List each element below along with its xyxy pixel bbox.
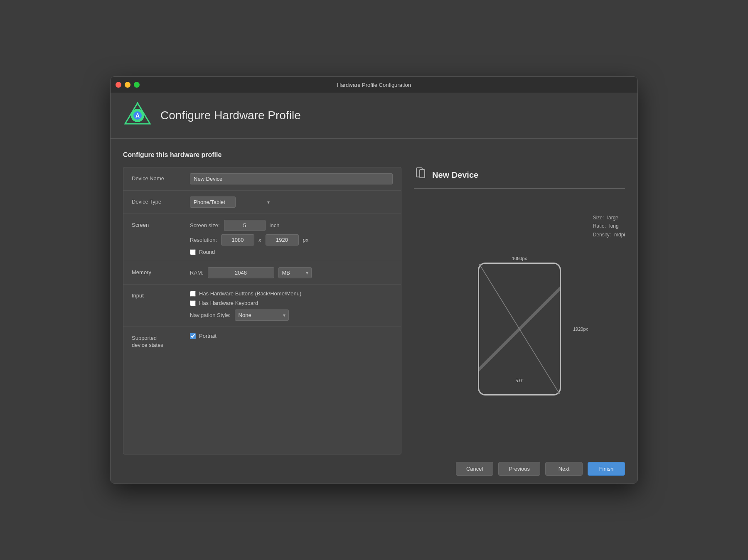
dim-center-label: 5.0": [515, 378, 523, 383]
svg-rect-5: [420, 169, 425, 178]
portrait-checkbox[interactable]: [190, 333, 196, 339]
phone-diagram-wrapper: 1920px 5.0": [478, 263, 561, 395]
diagonal-line: [479, 264, 560, 394]
navigation-style-select[interactable]: None D-Pad Trackball Wheel 2D Nav Pad: [235, 309, 289, 321]
ram-label: RAM:: [190, 270, 204, 276]
input-controls: Has Hardware Buttons (Back/Home/Menu) Ha…: [190, 290, 393, 321]
resolution-row: Resolution: x px: [190, 234, 393, 246]
size-spec-row: Size: large: [593, 214, 625, 222]
input-label: Input: [132, 290, 190, 300]
device-specs: Size: large Ratio: long Density: mdpi: [593, 214, 625, 239]
device-states-label: Supported device states: [132, 333, 190, 349]
screen-size-input[interactable]: [224, 220, 266, 231]
resolution-unit: px: [303, 237, 309, 243]
hardware-buttons-label[interactable]: Has Hardware Buttons (Back/Home/Menu): [199, 290, 301, 297]
device-name-row: Device Name: [123, 167, 401, 191]
svg-text:A: A: [135, 112, 140, 119]
maximize-button[interactable]: [134, 82, 140, 88]
phone-diagram: 1080px 1920px 5.: [478, 256, 561, 395]
content-area: Device Name Device Type Phone/Tablet Tab…: [123, 167, 625, 454]
density-spec-value: mdpi: [614, 231, 625, 239]
round-checkbox[interactable]: [190, 249, 196, 255]
preview-title: New Device: [432, 170, 478, 180]
preview-device-icon: [414, 167, 427, 183]
hardware-keyboard-checkbox[interactable]: [190, 300, 196, 306]
navigation-style-label: Navigation Style:: [190, 312, 231, 318]
header: A Configure Hardware Profile: [111, 93, 637, 139]
ram-row: RAM: MB GB: [190, 267, 393, 278]
device-type-select-wrapper: Phone/Tablet Tablet Phone Wear OS Deskto…: [190, 196, 273, 208]
ratio-spec-row: Ratio: long: [593, 222, 625, 230]
screen-controls: Screen size: inch Resolution: x px: [190, 220, 393, 255]
ram-input[interactable]: [208, 267, 274, 278]
device-type-row: Device Type Phone/Tablet Tablet Phone We…: [123, 191, 401, 214]
form-panel: Device Name Device Type Phone/Tablet Tab…: [123, 167, 401, 454]
device-type-select[interactable]: Phone/Tablet Tablet Phone Wear OS Deskto…: [190, 196, 236, 208]
screen-size-label: Screen size:: [190, 222, 220, 228]
header-title: Configure Hardware Profile: [160, 109, 301, 122]
memory-row: Memory RAM: MB GB: [123, 261, 401, 285]
minimize-button[interactable]: [125, 82, 130, 88]
portrait-row: Portrait: [190, 333, 393, 339]
hardware-keyboard-label[interactable]: Has Hardware Keyboard: [199, 300, 258, 306]
dim-right-label: 1920px: [573, 327, 588, 332]
density-spec-row: Density: mdpi: [593, 231, 625, 239]
resolution-label: Resolution:: [190, 237, 217, 243]
screen-size-unit: inch: [270, 222, 280, 228]
titlebar: Hardware Profile Configuration: [111, 77, 637, 93]
memory-controls: RAM: MB GB: [190, 267, 393, 278]
cancel-button[interactable]: Cancel: [456, 462, 493, 476]
hardware-buttons-checkbox[interactable]: [190, 291, 196, 297]
section-title: Configure this hardware profile: [123, 151, 625, 159]
input-row: Input Has Hardware Buttons (Back/Home/Me…: [123, 285, 401, 327]
main-content: Configure this hardware profile Device N…: [111, 139, 637, 454]
titlebar-buttons: [116, 82, 140, 88]
ratio-spec-value: long: [609, 222, 619, 230]
navigation-style-row: Navigation Style: None D-Pad Trackball W…: [190, 309, 393, 321]
finish-button[interactable]: Finish: [588, 462, 625, 476]
ram-unit-select[interactable]: MB GB: [278, 267, 312, 278]
close-button[interactable]: [116, 82, 121, 88]
footer: Cancel Previous Next Finish: [111, 454, 637, 483]
resolution-sep: x: [258, 237, 261, 243]
round-row: Round: [190, 249, 393, 255]
android-studio-logo: A: [123, 101, 152, 130]
size-spec-value: large: [607, 214, 618, 222]
hardware-keyboard-row: Has Hardware Keyboard: [190, 300, 393, 306]
svg-line-6: [479, 264, 560, 394]
device-states-row: Supported device states Portrait: [123, 327, 401, 355]
preview-header: New Device: [414, 167, 625, 189]
portrait-label[interactable]: Portrait: [199, 333, 217, 339]
screen-label: Screen: [132, 220, 190, 229]
hardware-buttons-row: Has Hardware Buttons (Back/Home/Menu): [190, 290, 393, 297]
window-title: Hardware Profile Configuration: [337, 82, 411, 88]
size-spec-key: Size:: [593, 214, 604, 222]
device-type-label: Device Type: [132, 196, 190, 206]
navigation-style-select-wrapper: None D-Pad Trackball Wheel 2D Nav Pad: [235, 309, 289, 321]
resolution-y-input[interactable]: [266, 234, 299, 246]
ratio-spec-key: Ratio:: [593, 222, 606, 230]
ram-unit-select-wrapper: MB GB: [278, 267, 312, 278]
next-button[interactable]: Next: [545, 462, 583, 476]
preview-panel: New Device 1080px: [414, 167, 625, 454]
device-name-controls: [190, 173, 393, 184]
device-states-controls: Portrait: [190, 333, 393, 339]
device-name-input[interactable]: [190, 173, 393, 184]
main-window: Hardware Profile Configuration A Configu…: [110, 76, 638, 484]
previous-button[interactable]: Previous: [498, 462, 540, 476]
density-spec-key: Density:: [593, 231, 611, 239]
dim-top-label: 1080px: [512, 256, 527, 261]
device-name-label: Device Name: [132, 173, 190, 182]
round-label[interactable]: Round: [199, 249, 215, 255]
resolution-x-input[interactable]: [221, 234, 254, 246]
phone-frame: [478, 263, 561, 395]
memory-label: Memory: [132, 267, 190, 276]
screen-size-row: Screen size: inch: [190, 220, 393, 231]
device-type-controls: Phone/Tablet Tablet Phone Wear OS Deskto…: [190, 196, 393, 208]
preview-area: 1080px 1920px 5.: [414, 197, 625, 454]
screen-row: Screen Screen size: inch Resolution: x: [123, 214, 401, 261]
